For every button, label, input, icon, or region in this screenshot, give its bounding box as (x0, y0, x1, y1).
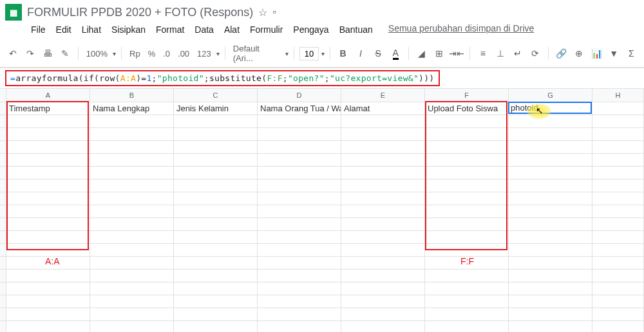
cell-c12[interactable] (174, 244, 258, 256)
cell-c14[interactable] (174, 270, 258, 282)
cell-d2[interactable] (258, 115, 341, 127)
cell-a15[interactable] (6, 282, 90, 295)
cell-d1[interactable]: Nama Orang Tua / Wali (258, 102, 341, 115)
cell-a7[interactable] (6, 180, 90, 192)
cell-d8[interactable] (258, 192, 341, 205)
cell-b9[interactable] (90, 205, 174, 217)
row-num-2[interactable] (0, 115, 6, 127)
bold-icon[interactable]: B (336, 46, 350, 61)
currency-button[interactable]: Rp (127, 49, 143, 59)
menu-data[interactable]: Data (191, 23, 218, 36)
formula-content[interactable]: =arrayformula(if(row(A:A)=1;"photoid";su… (5, 70, 440, 86)
cell-a6[interactable] (6, 167, 90, 179)
cell-b5[interactable] (90, 154, 174, 166)
cell-b3[interactable] (90, 128, 174, 140)
cell-c10[interactable] (174, 218, 258, 230)
filter-icon[interactable]: ▼ (607, 46, 621, 61)
cell-h11[interactable] (592, 231, 644, 243)
menu-edit[interactable]: Edit (52, 23, 75, 36)
cell-e2[interactable] (341, 115, 425, 127)
cell-d6[interactable] (258, 167, 341, 179)
cell-g17[interactable] (509, 308, 592, 320)
cell-d13[interactable] (258, 257, 341, 269)
cell-h2[interactable] (592, 115, 644, 127)
cell-g10[interactable] (509, 218, 592, 230)
cell-d12[interactable] (258, 244, 341, 256)
zoom-select[interactable]: 100% (84, 49, 110, 59)
cell-e13[interactable] (341, 257, 425, 269)
cell-b18[interactable] (90, 321, 174, 332)
cell-c16[interactable] (174, 295, 258, 308)
cell-h14[interactable] (592, 270, 644, 282)
cell-e9[interactable] (341, 205, 425, 217)
cell-d11[interactable] (258, 231, 341, 243)
cell-a3[interactable] (6, 128, 90, 140)
cell-h3[interactable] (592, 128, 644, 140)
cell-e14[interactable] (341, 270, 425, 282)
cell-h5[interactable] (592, 154, 644, 166)
menu-file[interactable]: File (27, 23, 50, 36)
cell-a12[interactable] (6, 244, 90, 256)
row-num-7[interactable] (0, 180, 6, 192)
cell-b2[interactable] (90, 115, 174, 127)
cell-g9[interactable] (509, 205, 592, 217)
row-num-16[interactable] (0, 295, 6, 308)
cell-a5[interactable] (6, 154, 90, 166)
cell-e8[interactable] (341, 192, 425, 205)
cell-c18[interactable] (174, 321, 258, 332)
cell-b12[interactable] (90, 244, 174, 256)
paint-format-icon[interactable]: ✎ (58, 46, 73, 61)
cell-a11[interactable] (6, 231, 90, 243)
comment-icon[interactable]: ⊕ (571, 46, 586, 61)
cell-h13[interactable] (592, 257, 644, 269)
cell-c1[interactable]: Jenis Kelamin (174, 102, 258, 115)
cell-h8[interactable] (592, 192, 644, 205)
col-header-a[interactable]: A (6, 89, 90, 102)
cell-g16[interactable] (509, 295, 592, 308)
cell-h4[interactable] (592, 141, 644, 153)
cell-g8[interactable] (509, 192, 592, 205)
cell-e3[interactable] (341, 128, 425, 140)
increase-decimal-button[interactable]: .00 (175, 49, 192, 59)
menu-insert[interactable]: Sisipkan (108, 23, 149, 36)
row-num-1[interactable] (0, 102, 6, 115)
print-icon[interactable]: 🖶 (40, 46, 55, 61)
cell-c15[interactable] (174, 282, 258, 295)
cell-b6[interactable] (90, 167, 174, 179)
cell-g15[interactable] (509, 282, 592, 295)
select-all-corner[interactable] (0, 89, 6, 102)
cell-d3[interactable] (258, 128, 341, 140)
col-header-c[interactable]: C (174, 89, 258, 102)
cell-b17[interactable] (90, 308, 174, 320)
cell-f16[interactable] (425, 295, 509, 308)
cell-c7[interactable] (174, 180, 258, 192)
cell-b13[interactable] (90, 257, 174, 269)
text-color-icon[interactable]: A (388, 46, 403, 61)
menu-addons[interactable]: Pengaya (289, 23, 332, 36)
cell-f14[interactable] (425, 270, 509, 282)
fill-color-icon[interactable]: ◢ (414, 46, 429, 61)
menu-tools[interactable]: Alat (220, 23, 243, 36)
cell-d18[interactable] (258, 321, 341, 332)
col-header-d[interactable]: D (258, 89, 341, 102)
more-formats-button[interactable]: 123 (194, 49, 214, 59)
row-num-13[interactable] (0, 257, 6, 269)
col-header-b[interactable]: B (90, 89, 174, 102)
cell-g7[interactable] (509, 180, 592, 192)
menu-view[interactable]: Lihat (78, 23, 105, 36)
cell-b10[interactable] (90, 218, 174, 230)
cell-g14[interactable] (509, 270, 592, 282)
cell-f1[interactable]: Upload Foto Siswa (425, 102, 509, 115)
cell-c3[interactable] (174, 128, 258, 140)
row-num-12[interactable] (0, 244, 6, 256)
cell-e1[interactable]: Alamat (341, 102, 425, 115)
cell-c6[interactable] (174, 167, 258, 179)
row-num-11[interactable] (0, 231, 6, 243)
decrease-decimal-button[interactable]: .0 (160, 49, 173, 59)
cell-g4[interactable] (509, 141, 592, 153)
cell-e10[interactable] (341, 218, 425, 230)
cell-a4[interactable] (6, 141, 90, 153)
cell-g5[interactable] (509, 154, 592, 166)
row-num-15[interactable] (0, 282, 6, 295)
cell-b4[interactable] (90, 141, 174, 153)
